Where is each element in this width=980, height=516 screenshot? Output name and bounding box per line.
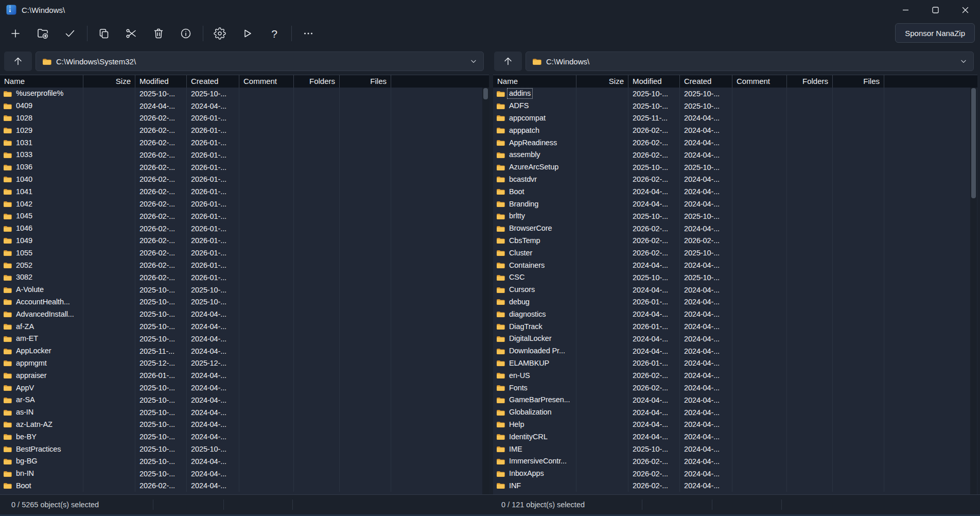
- file-row[interactable]: 20522026-02-...2026-01-...: [0, 259, 489, 271]
- file-row[interactable]: InboxApps2026-02-...2024-04-...: [493, 468, 977, 480]
- extract-button[interactable]: [31, 22, 54, 45]
- file-row[interactable]: AzureArcSetup2025-10-...2025-10-...: [493, 161, 977, 174]
- file-row[interactable]: 10452026-02-...2026-01-...: [0, 210, 489, 222]
- file-row[interactable]: DigitalLocker2024-04-...2024-04-...: [493, 333, 977, 345]
- file-row[interactable]: AppLocker2025-11-...2024-04-...: [0, 345, 489, 357]
- file-row[interactable]: AppReadiness2026-02-...2024-04-...: [493, 136, 977, 149]
- copy-button[interactable]: [93, 22, 115, 45]
- file-row[interactable]: Downloaded Pr...2024-04-...2024-04-...: [493, 345, 977, 357]
- column-header-files[interactable]: Files: [340, 75, 391, 88]
- file-row[interactable]: AppV2025-10-...2024-04-...: [0, 382, 489, 394]
- file-row[interactable]: ImmersiveContr...2026-02-...2024-04-...: [493, 455, 977, 468]
- column-header-comment[interactable]: Comment: [239, 75, 294, 88]
- options-button[interactable]: [208, 22, 231, 45]
- info-button[interactable]: [174, 22, 197, 45]
- file-row[interactable]: ELAMBKUP2026-01-...2024-04-...: [493, 357, 977, 370]
- file-row[interactable]: assembly2026-02-...2024-04-...: [493, 149, 977, 161]
- sponsor-button[interactable]: Sponsor NanaZip: [895, 23, 975, 43]
- more-button[interactable]: [297, 22, 320, 45]
- file-row[interactable]: Cluster2026-02-...2025-10-...: [493, 247, 977, 259]
- file-row[interactable]: Containers2024-04-...2024-04-...: [493, 259, 977, 271]
- up-button[interactable]: [4, 51, 32, 71]
- file-row[interactable]: Globalization2024-04-...2024-04-...: [493, 406, 977, 419]
- file-row[interactable]: appraiser2026-01-...2024-04-...: [0, 369, 489, 382]
- column-header-created[interactable]: Created: [680, 75, 732, 88]
- file-row[interactable]: 10332026-02-...2026-01-...: [0, 149, 489, 161]
- address-combobox[interactable]: C:\Windows\: [526, 51, 974, 71]
- chevron-down-icon[interactable]: [470, 58, 477, 65]
- test-button[interactable]: [59, 22, 81, 45]
- file-row[interactable]: brltty2025-10-...2025-10-...: [493, 210, 977, 222]
- file-row[interactable]: 10362026-02-...2026-01-...: [0, 161, 489, 174]
- file-row[interactable]: bn-IN2025-10-...2024-04-...: [0, 468, 489, 480]
- column-header-name[interactable]: Name: [0, 75, 83, 88]
- file-row[interactable]: IdentityCRL2024-04-...2024-04-...: [493, 431, 977, 443]
- chevron-down-icon[interactable]: [960, 58, 967, 65]
- file-row[interactable]: BestPractices2025-10-...2025-10-...: [0, 443, 489, 455]
- file-row[interactable]: Cursors2024-04-...2024-04-...: [493, 284, 977, 296]
- address-combobox[interactable]: C:\Windows\System32\: [36, 51, 484, 71]
- column-header-folders[interactable]: Folders: [294, 75, 340, 88]
- file-row[interactable]: am-ET2025-10-...2024-04-...: [0, 333, 489, 345]
- up-button[interactable]: [494, 51, 522, 71]
- file-row[interactable]: Boot2024-04-...2024-04-...: [493, 185, 977, 198]
- file-row[interactable]: as-IN2025-10-...2024-04-...: [0, 406, 489, 419]
- scrollbar-thumb[interactable]: [971, 88, 976, 198]
- file-row[interactable]: ADFS2025-10-...2025-10-...: [493, 100, 977, 112]
- column-header-modified[interactable]: Modified: [135, 75, 187, 88]
- file-row[interactable]: Help2024-04-...2024-04-...: [493, 419, 977, 431]
- column-header-name[interactable]: Name: [493, 75, 576, 88]
- file-row[interactable]: AdvancedInstall...2025-10-...2024-04-...: [0, 308, 489, 320]
- column-header-comment[interactable]: Comment: [732, 75, 787, 88]
- file-row[interactable]: Branding2024-04-...2024-04-...: [493, 198, 977, 210]
- file-row[interactable]: 10312026-02-...2026-01-...: [0, 136, 489, 149]
- file-row[interactable]: bg-BG2025-10-...2024-04-...: [0, 455, 489, 468]
- file-row[interactable]: AccountHealth...2025-10-...2025-10-...: [0, 296, 489, 308]
- maximize-button[interactable]: [920, 0, 950, 20]
- file-row[interactable]: 10412026-02-...2026-01-...: [0, 185, 489, 198]
- file-row[interactable]: apppatch2026-02-...2024-04-...: [493, 124, 977, 136]
- close-button[interactable]: [950, 0, 980, 20]
- help-button[interactable]: ?: [263, 22, 286, 45]
- benchmark-button[interactable]: [236, 22, 258, 45]
- file-row[interactable]: af-ZA2025-10-...2024-04-...: [0, 320, 489, 333]
- scrollbar-thumb[interactable]: [483, 88, 488, 99]
- file-row[interactable]: INF2026-02-...2024-04-...: [493, 480, 977, 492]
- column-header-modified[interactable]: Modified: [628, 75, 680, 88]
- file-row[interactable]: 10552026-02-...2026-01-...: [0, 247, 489, 259]
- file-row[interactable]: 10292026-02-...2026-01-...: [0, 124, 489, 136]
- file-row[interactable]: bcastdvr2026-02-...2024-04-...: [493, 174, 977, 186]
- column-header-size[interactable]: Size: [83, 75, 135, 88]
- file-row[interactable]: debug2026-01-...2024-04-...: [493, 296, 977, 308]
- file-row[interactable]: 10462026-02-...2026-01-...: [0, 222, 489, 235]
- file-row[interactable]: CbsTemp2026-02-...2026-02-...: [493, 235, 977, 247]
- add-button[interactable]: [4, 22, 27, 45]
- file-row[interactable]: DiagTrack2026-01-...2024-04-...: [493, 320, 977, 333]
- file-row[interactable]: 04092024-04-...2024-04-...: [0, 100, 489, 112]
- file-row[interactable]: appcompat2025-11-...2024-04-...: [493, 112, 977, 125]
- file-row[interactable]: A-Volute2025-10-...2025-10-...: [0, 284, 489, 296]
- file-row[interactable]: ar-SA2025-10-...2024-04-...: [0, 394, 489, 406]
- file-row[interactable]: 10402026-02-...2026-01-...: [0, 174, 489, 186]
- column-header-size[interactable]: Size: [576, 75, 628, 88]
- column-header-files[interactable]: Files: [833, 75, 884, 88]
- column-header-created[interactable]: Created: [187, 75, 239, 88]
- file-row[interactable]: 10282026-02-...2026-01-...: [0, 112, 489, 125]
- file-row[interactable]: en-US2026-02-...2024-04-...: [493, 369, 977, 382]
- column-header-folders[interactable]: Folders: [787, 75, 833, 88]
- vertical-scrollbar[interactable]: [482, 88, 489, 494]
- delete-button[interactable]: [147, 22, 170, 45]
- file-row[interactable]: be-BY2025-10-...2024-04-...: [0, 431, 489, 443]
- file-row[interactable]: BrowserCore2026-02-...2024-04-...: [493, 222, 977, 235]
- file-row[interactable]: diagnostics2024-04-...2024-04-...: [493, 308, 977, 320]
- file-row[interactable]: az-Latn-AZ2025-10-...2024-04-...: [0, 419, 489, 431]
- file-row[interactable]: %userprofile%2025-10-...2025-10-...: [0, 88, 489, 100]
- file-row[interactable]: appmgmt2025-12-...2025-12-...: [0, 357, 489, 370]
- vertical-scrollbar[interactable]: [970, 88, 977, 494]
- file-row[interactable]: CSC2025-10-...2025-10-...: [493, 271, 977, 284]
- file-row[interactable]: 10422026-02-...2026-01-...: [0, 198, 489, 210]
- file-row[interactable]: addins2025-10-...2025-10-...: [493, 88, 977, 100]
- minimize-button[interactable]: [890, 0, 920, 20]
- file-row[interactable]: Fonts2026-02-...2024-04-...: [493, 382, 977, 394]
- file-row[interactable]: Boot2026-02-...2024-04-...: [0, 480, 489, 492]
